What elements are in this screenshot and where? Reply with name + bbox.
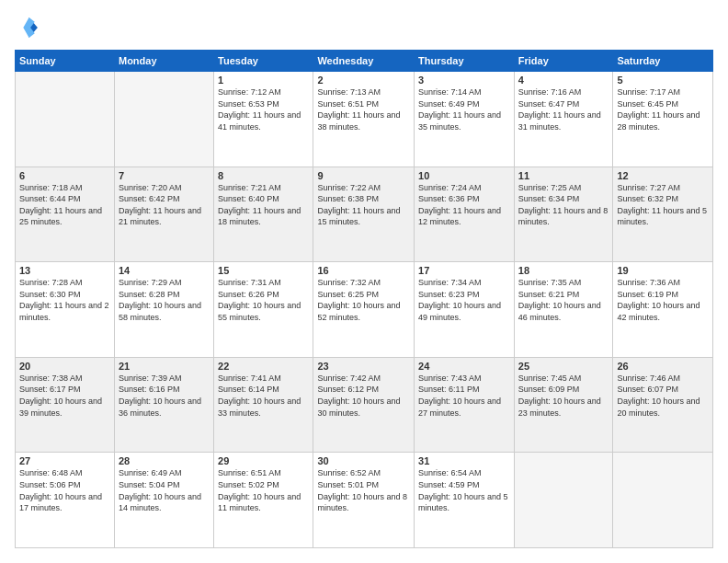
day-number: 4 <box>518 75 609 86</box>
day-detail: Sunrise: 7:39 AMSunset: 6:16 PMDaylight:… <box>119 373 210 419</box>
day-number: 12 <box>617 170 709 181</box>
day-detail: Sunrise: 7:21 AMSunset: 6:40 PMDaylight:… <box>218 182 309 228</box>
day-detail: Sunrise: 7:31 AMSunset: 6:26 PMDaylight:… <box>218 277 309 323</box>
day-detail: Sunrise: 7:14 AMSunset: 6:49 PMDaylight:… <box>418 86 510 132</box>
day-number: 5 <box>617 75 709 86</box>
calendar-week-row: 1Sunrise: 7:12 AMSunset: 6:53 PMDaylight… <box>16 72 713 167</box>
calendar-week-row: 6Sunrise: 7:18 AMSunset: 6:44 PMDaylight… <box>16 167 713 262</box>
calendar-cell: 14Sunrise: 7:29 AMSunset: 6:28 PMDayligh… <box>114 262 213 358</box>
day-number: 31 <box>418 455 510 466</box>
weekday-header-row: SundayMondayTuesdayWednesdayThursdayFrid… <box>16 51 713 72</box>
weekday-header: Friday <box>514 51 613 72</box>
calendar-cell: 21Sunrise: 7:39 AMSunset: 6:16 PMDayligh… <box>114 357 213 453</box>
day-number: 1 <box>218 75 309 86</box>
day-detail: Sunrise: 6:54 AMSunset: 4:59 PMDaylight:… <box>418 467 510 513</box>
day-number: 25 <box>518 361 609 372</box>
day-detail: Sunrise: 7:28 AMSunset: 6:30 PMDaylight:… <box>19 277 110 323</box>
day-number: 6 <box>19 170 110 181</box>
calendar-cell: 10Sunrise: 7:24 AMSunset: 6:36 PMDayligh… <box>415 167 515 262</box>
day-number: 23 <box>317 361 410 372</box>
day-number: 10 <box>418 170 510 181</box>
calendar-cell: 2Sunrise: 7:13 AMSunset: 6:51 PMDaylight… <box>313 72 415 167</box>
day-detail: Sunrise: 6:49 AMSunset: 5:04 PMDaylight:… <box>119 467 210 513</box>
day-detail: Sunrise: 7:41 AMSunset: 6:14 PMDaylight:… <box>218 373 309 419</box>
calendar-cell: 30Sunrise: 6:52 AMSunset: 5:01 PMDayligh… <box>313 453 415 548</box>
day-number: 26 <box>617 361 709 372</box>
page: SundayMondayTuesdayWednesdayThursdayFrid… <box>0 0 728 563</box>
day-number: 18 <box>518 265 609 276</box>
day-detail: Sunrise: 7:25 AMSunset: 6:34 PMDaylight:… <box>518 182 609 228</box>
calendar-cell: 24Sunrise: 7:43 AMSunset: 6:11 PMDayligh… <box>415 357 515 453</box>
day-number: 21 <box>119 361 210 372</box>
weekday-header: Thursday <box>415 51 515 72</box>
calendar-cell: 16Sunrise: 7:32 AMSunset: 6:25 PMDayligh… <box>313 262 415 358</box>
day-number: 7 <box>119 170 210 181</box>
day-number: 27 <box>19 455 110 466</box>
day-number: 16 <box>317 265 410 276</box>
day-detail: Sunrise: 6:51 AMSunset: 5:02 PMDaylight:… <box>218 467 309 513</box>
day-detail: Sunrise: 7:35 AMSunset: 6:21 PMDaylight:… <box>518 277 609 323</box>
calendar-cell: 18Sunrise: 7:35 AMSunset: 6:21 PMDayligh… <box>514 262 613 358</box>
calendar-cell: 12Sunrise: 7:27 AMSunset: 6:32 PMDayligh… <box>613 167 713 262</box>
day-detail: Sunrise: 7:29 AMSunset: 6:28 PMDaylight:… <box>119 277 210 323</box>
calendar-cell: 15Sunrise: 7:31 AMSunset: 6:26 PMDayligh… <box>214 262 313 358</box>
day-number: 9 <box>317 170 410 181</box>
calendar-cell: 31Sunrise: 6:54 AMSunset: 4:59 PMDayligh… <box>415 453 515 548</box>
calendar-cell: 8Sunrise: 7:21 AMSunset: 6:40 PMDaylight… <box>214 167 313 262</box>
day-number: 17 <box>418 265 510 276</box>
day-number: 30 <box>317 455 410 466</box>
calendar-cell: 13Sunrise: 7:28 AMSunset: 6:30 PMDayligh… <box>16 262 115 358</box>
day-detail: Sunrise: 7:36 AMSunset: 6:19 PMDaylight:… <box>617 277 709 323</box>
calendar-cell: 22Sunrise: 7:41 AMSunset: 6:14 PMDayligh… <box>214 357 313 453</box>
day-detail: Sunrise: 7:42 AMSunset: 6:12 PMDaylight:… <box>317 373 410 419</box>
logo-icon <box>15 15 40 40</box>
calendar-cell: 27Sunrise: 6:48 AMSunset: 5:06 PMDayligh… <box>16 453 115 548</box>
calendar-cell <box>514 453 613 548</box>
calendar-cell: 11Sunrise: 7:25 AMSunset: 6:34 PMDayligh… <box>514 167 613 262</box>
day-number: 20 <box>19 361 110 372</box>
weekday-header: Sunday <box>16 51 115 72</box>
calendar-cell: 29Sunrise: 6:51 AMSunset: 5:02 PMDayligh… <box>214 453 313 548</box>
calendar-cell: 25Sunrise: 7:45 AMSunset: 6:09 PMDayligh… <box>514 357 613 453</box>
calendar-cell: 26Sunrise: 7:46 AMSunset: 6:07 PMDayligh… <box>613 357 713 453</box>
day-detail: Sunrise: 7:34 AMSunset: 6:23 PMDaylight:… <box>418 277 510 323</box>
day-detail: Sunrise: 7:18 AMSunset: 6:44 PMDaylight:… <box>19 182 110 228</box>
day-number: 2 <box>317 75 410 86</box>
day-number: 3 <box>418 75 510 86</box>
calendar-cell <box>613 453 713 548</box>
day-detail: Sunrise: 7:43 AMSunset: 6:11 PMDaylight:… <box>418 373 510 419</box>
calendar-table: SundayMondayTuesdayWednesdayThursdayFrid… <box>15 50 713 548</box>
calendar-cell: 20Sunrise: 7:38 AMSunset: 6:17 PMDayligh… <box>16 357 115 453</box>
calendar-cell: 6Sunrise: 7:18 AMSunset: 6:44 PMDaylight… <box>16 167 115 262</box>
calendar-cell: 19Sunrise: 7:36 AMSunset: 6:19 PMDayligh… <box>613 262 713 358</box>
day-number: 13 <box>19 265 110 276</box>
day-detail: Sunrise: 6:48 AMSunset: 5:06 PMDaylight:… <box>19 467 110 513</box>
calendar-cell: 7Sunrise: 7:20 AMSunset: 6:42 PMDaylight… <box>114 167 213 262</box>
day-number: 24 <box>418 361 510 372</box>
day-detail: Sunrise: 7:38 AMSunset: 6:17 PMDaylight:… <box>19 373 110 419</box>
day-detail: Sunrise: 7:24 AMSunset: 6:36 PMDaylight:… <box>418 182 510 228</box>
day-detail: Sunrise: 6:52 AMSunset: 5:01 PMDaylight:… <box>317 467 410 513</box>
day-number: 11 <box>518 170 609 181</box>
calendar-cell: 5Sunrise: 7:17 AMSunset: 6:45 PMDaylight… <box>613 72 713 167</box>
calendar-cell <box>114 72 213 167</box>
calendar-cell: 9Sunrise: 7:22 AMSunset: 6:38 PMDaylight… <box>313 167 415 262</box>
calendar-cell: 17Sunrise: 7:34 AMSunset: 6:23 PMDayligh… <box>415 262 515 358</box>
calendar-week-row: 13Sunrise: 7:28 AMSunset: 6:30 PMDayligh… <box>16 262 713 358</box>
header <box>15 15 713 40</box>
calendar-cell: 4Sunrise: 7:16 AMSunset: 6:47 PMDaylight… <box>514 72 613 167</box>
calendar-cell: 23Sunrise: 7:42 AMSunset: 6:12 PMDayligh… <box>313 357 415 453</box>
weekday-header: Saturday <box>613 51 713 72</box>
day-number: 28 <box>119 455 210 466</box>
day-detail: Sunrise: 7:22 AMSunset: 6:38 PMDaylight:… <box>317 182 410 228</box>
weekday-header: Wednesday <box>313 51 415 72</box>
calendar-cell: 1Sunrise: 7:12 AMSunset: 6:53 PMDaylight… <box>214 72 313 167</box>
day-detail: Sunrise: 7:27 AMSunset: 6:32 PMDaylight:… <box>617 182 709 228</box>
day-detail: Sunrise: 7:45 AMSunset: 6:09 PMDaylight:… <box>518 373 609 419</box>
day-detail: Sunrise: 7:12 AMSunset: 6:53 PMDaylight:… <box>218 86 309 132</box>
day-number: 22 <box>218 361 309 372</box>
day-detail: Sunrise: 7:32 AMSunset: 6:25 PMDaylight:… <box>317 277 410 323</box>
calendar-cell: 3Sunrise: 7:14 AMSunset: 6:49 PMDaylight… <box>415 72 515 167</box>
calendar-cell <box>16 72 115 167</box>
day-detail: Sunrise: 7:46 AMSunset: 6:07 PMDaylight:… <box>617 373 709 419</box>
